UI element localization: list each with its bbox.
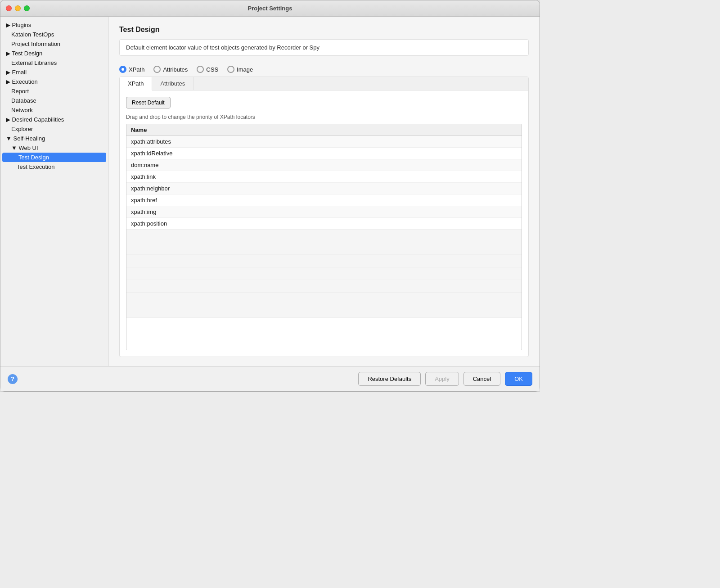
sidebar-item-database[interactable]: Database (0, 96, 108, 105)
sidebar-item-self-healing[interactable]: ▼ Self-Healing (0, 134, 108, 143)
tab-content: Reset Default Drag and drop to change th… (120, 90, 528, 357)
traffic-lights (6, 5, 30, 11)
table-header-row: Name (126, 124, 522, 136)
radio-label-attributes: Attributes (163, 66, 188, 73)
main-panel: Test Design Default element locator valu… (108, 17, 540, 366)
radio-option-css[interactable]: CSS (197, 66, 218, 73)
radio-label-xpath: XPath (129, 66, 144, 73)
sidebar-item-external-libraries[interactable]: External Libraries (0, 58, 108, 68)
sidebar-item-web-ui[interactable]: ▼ Web UI (0, 143, 108, 153)
sidebar-item-network[interactable]: Network (0, 105, 108, 115)
window-title: Project Settings (248, 5, 292, 12)
table-empty-row (126, 267, 522, 280)
restore-defaults-button[interactable]: Restore Defaults (358, 372, 421, 386)
radio-option-attributes[interactable]: Attributes (153, 66, 188, 73)
page-title: Test Design (119, 26, 529, 34)
sidebar-item-katalon-testops[interactable]: Katalon TestOps (0, 30, 108, 39)
content-area: ▶ PluginsKatalon TestOpsProject Informat… (0, 17, 540, 366)
description-text: Default element locator value of test ob… (126, 44, 320, 51)
table-row[interactable]: xpath:attributes (126, 136, 522, 148)
sidebar-item-email[interactable]: ▶ Email (0, 68, 108, 77)
sidebar-item-test-design[interactable]: ▶ Test Design (0, 49, 108, 58)
sidebar-item-project-information[interactable]: Project Information (0, 39, 108, 49)
cancel-button[interactable]: Cancel (464, 372, 500, 386)
titlebar: Project Settings (0, 0, 540, 17)
window: Project Settings ▶ PluginsKatalon TestOp… (0, 0, 540, 392)
radio-group: XPathAttributesCSSImage (119, 62, 529, 77)
tabs-area: XPathAttributes Reset Default Drag and d… (119, 77, 529, 357)
help-button[interactable]: ? (8, 374, 18, 384)
sidebar-item-test-execution[interactable]: Test Execution (0, 162, 108, 172)
table-empty-row (126, 230, 522, 242)
table-header-name: Name (131, 127, 147, 133)
radio-circle-image (227, 66, 234, 73)
tabs-header: XPathAttributes (120, 77, 528, 90)
apply-button[interactable]: Apply (425, 372, 459, 386)
sidebar-item-plugins[interactable]: ▶ Plugins (0, 20, 108, 30)
radio-label-image: Image (237, 66, 253, 73)
table-empty-row (126, 293, 522, 305)
table-row[interactable]: dom:name (126, 159, 522, 171)
sidebar-item-explorer[interactable]: Explorer (0, 124, 108, 134)
radio-circle-css (197, 66, 204, 73)
table-row[interactable]: xpath:link (126, 171, 522, 183)
sidebar: ▶ PluginsKatalon TestOpsProject Informat… (0, 17, 108, 366)
table-empty-row (126, 280, 522, 293)
sidebar-item-test-design-active[interactable]: Test Design (2, 153, 106, 162)
table-row[interactable]: xpath:neighbor (126, 183, 522, 194)
table-empty-row (126, 255, 522, 267)
description-box: Default element locator value of test ob… (119, 39, 529, 56)
minimize-button[interactable] (15, 5, 21, 11)
sidebar-item-execution[interactable]: ▶ Execution (0, 77, 108, 86)
table-empty-row (126, 305, 522, 318)
sidebar-item-report[interactable]: Report (0, 86, 108, 96)
radio-option-image[interactable]: Image (227, 66, 253, 73)
table-row[interactable]: xpath:img (126, 206, 522, 218)
tab-attributes-tab[interactable]: Attributes (152, 77, 194, 90)
table-empty-row (126, 242, 522, 255)
table-row[interactable]: xpath:idRelative (126, 148, 522, 159)
close-button[interactable] (6, 5, 12, 11)
table-row[interactable]: xpath:position (126, 218, 522, 230)
tab-xpath-tab[interactable]: XPath (120, 77, 152, 90)
drag-hint: Drag and drop to change the priority of … (126, 114, 522, 120)
radio-option-xpath[interactable]: XPath (119, 66, 144, 73)
ok-button[interactable]: OK (505, 372, 532, 386)
bottom-bar: ? Restore Defaults Apply Cancel OK (0, 366, 540, 391)
radio-circle-xpath (119, 66, 126, 73)
sidebar-item-desired-capabilities[interactable]: ▶ Desired Capabilities (0, 115, 108, 124)
reset-default-button[interactable]: Reset Default (126, 97, 171, 109)
locator-table: Name xpath:attributesxpath:idRelativedom… (126, 124, 522, 350)
radio-circle-attributes (153, 66, 161, 73)
table-row[interactable]: xpath:href (126, 194, 522, 206)
maximize-button[interactable] (24, 5, 30, 11)
radio-label-css: CSS (206, 66, 218, 73)
